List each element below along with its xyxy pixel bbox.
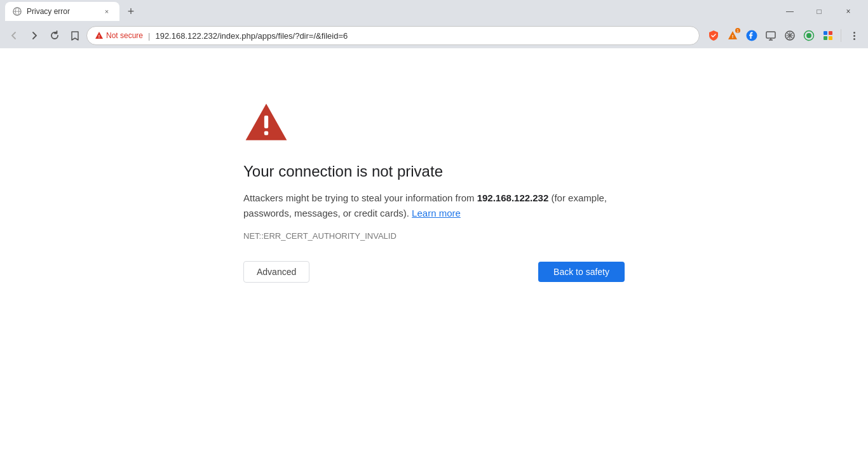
- menu-dot-1: [853, 32, 855, 34]
- address-bar: ! Not secure | 192.168.122.232/index.php…: [0, 23, 868, 48]
- screen-ext-icon: [765, 30, 776, 41]
- forward-button[interactable]: [25, 27, 43, 44]
- brave-shield-icon: [708, 30, 719, 41]
- svg-rect-16: [264, 116, 268, 128]
- tab-favicon-icon: [13, 7, 22, 16]
- svg-rect-15: [829, 36, 832, 40]
- maximize-button[interactable]: □: [804, 0, 834, 23]
- menu-dot-2: [853, 35, 855, 37]
- bookmark-button[interactable]: [66, 27, 84, 44]
- close-window-button[interactable]: ×: [834, 0, 863, 23]
- svg-rect-12: [824, 31, 827, 35]
- circle-ext-icon: [803, 30, 815, 41]
- svg-point-11: [806, 33, 811, 38]
- url-text: 192.168.122.232/index.php/apps/files/?di…: [155, 31, 348, 41]
- reload-button[interactable]: [46, 27, 64, 44]
- advanced-button[interactable]: Advanced: [243, 261, 309, 283]
- svg-rect-17: [264, 131, 268, 135]
- toolbar-separator: [841, 29, 841, 42]
- browser-chrome: Privacy error × + — □ × !: [0, 0, 868, 48]
- screen-extension[interactable]: [762, 27, 780, 44]
- claw-extension[interactable]: [781, 27, 799, 44]
- error-description: Attackers might be trying to steal your …: [243, 191, 625, 221]
- error-title: Your connection is not private: [243, 163, 443, 180]
- new-tab-button[interactable]: +: [122, 3, 140, 20]
- svg-text:!: !: [98, 34, 100, 39]
- alert-ext-badge: 1: [735, 28, 740, 33]
- facebook-ext-icon: [746, 30, 757, 41]
- minimize-button[interactable]: —: [775, 0, 804, 23]
- square-extension[interactable]: [819, 27, 837, 44]
- facebook-extension[interactable]: [743, 27, 761, 44]
- omnibox[interactable]: ! Not secure | 192.168.122.232/index.php…: [86, 26, 700, 45]
- extensions-area: ! 1: [705, 27, 863, 44]
- tab-close-button[interactable]: ×: [102, 6, 112, 17]
- tab-bar: Privacy error × + — □ ×: [0, 0, 868, 23]
- tab-title: Privacy error: [27, 7, 97, 16]
- circle-extension[interactable]: [800, 27, 818, 44]
- svg-rect-13: [829, 31, 832, 35]
- error-code: NET::ERR_CERT_AUTHORITY_INVALID: [243, 231, 397, 241]
- back-button[interactable]: [5, 27, 23, 44]
- warning-icon: !: [95, 31, 104, 40]
- error-container: Your connection is not private Attackers…: [243, 99, 625, 283]
- claw-ext-icon: [784, 30, 796, 41]
- browser-menu-button[interactable]: [845, 27, 863, 44]
- active-tab[interactable]: Privacy error ×: [5, 2, 119, 21]
- url-separator: |: [148, 31, 150, 41]
- svg-rect-6: [766, 32, 775, 38]
- security-badge: ! Not secure: [95, 31, 143, 40]
- menu-dot-3: [853, 38, 855, 40]
- description-pre: Attackers might be trying to steal your …: [243, 192, 477, 203]
- alert-extension[interactable]: ! 1: [724, 27, 742, 44]
- warning-icon-wrap: [243, 99, 289, 147]
- hostname: 192.168.122.232: [477, 192, 549, 203]
- svg-text:!: !: [732, 34, 734, 39]
- learn-more-link[interactable]: Learn more: [412, 208, 461, 218]
- brave-shield-extension[interactable]: [705, 27, 722, 44]
- window-controls: — □ ×: [775, 0, 868, 23]
- warning-triangle-icon: [243, 99, 289, 145]
- back-to-safety-button[interactable]: Back to safety: [538, 262, 625, 282]
- not-secure-label: Not secure: [106, 31, 143, 40]
- svg-rect-14: [824, 36, 827, 40]
- square-ext-icon: [822, 30, 834, 41]
- page-content: Your connection is not private Attackers…: [0, 48, 868, 470]
- button-row: Advanced Back to safety: [243, 261, 625, 283]
